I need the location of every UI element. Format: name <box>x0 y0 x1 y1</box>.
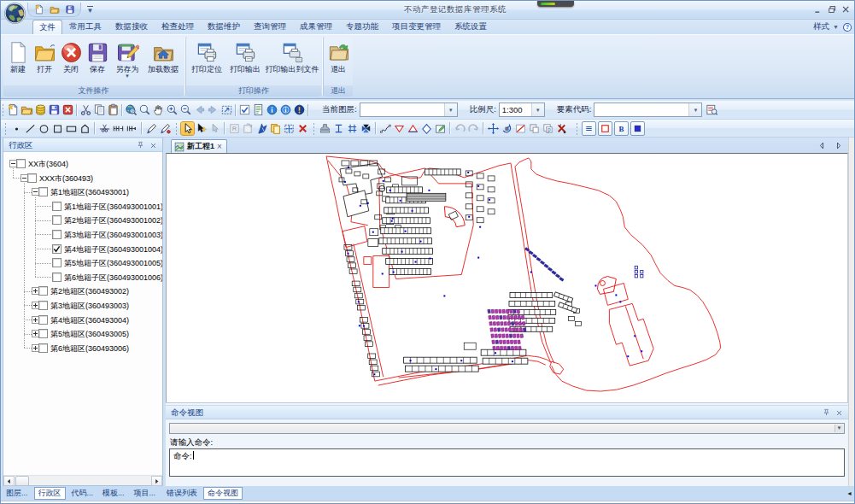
close-button[interactable] <box>841 4 851 14</box>
ribbon-tab-7[interactable]: 成果管理 <box>293 20 339 34</box>
ribbon-button[interactable]: 新建 <box>5 38 31 85</box>
flame-button[interactable] <box>555 122 568 135</box>
ribbon-button[interactable]: 退出 <box>325 38 351 85</box>
undo-button[interactable] <box>454 122 466 135</box>
tri-down-button[interactable] <box>393 122 406 135</box>
spline-button[interactable] <box>379 122 392 135</box>
tree-checkbox[interactable] <box>38 301 48 310</box>
tree-node-label[interactable]: 第3地籍子区(360493001003) <box>64 229 162 241</box>
ribbon-tab-8[interactable]: 专题功能 <box>339 20 385 34</box>
nav-left-button[interactable] <box>193 103 206 116</box>
scrollbar-thumb[interactable] <box>15 476 29 486</box>
pick-arrow-button[interactable] <box>195 122 208 135</box>
tab-scroll-right-icon[interactable] <box>834 141 843 150</box>
magnifier-button[interactable] <box>138 103 151 116</box>
box-p-button[interactable]: p <box>542 122 554 135</box>
panel-tab-5[interactable]: 项目... <box>131 487 160 500</box>
tool-hatch-button[interactable] <box>346 122 359 135</box>
tree-node-label[interactable]: 第4地籍子区(360493001004) <box>64 243 162 255</box>
tree-node-label[interactable]: 第5地籍子区(360493001005) <box>64 257 162 269</box>
document-tab[interactable]: 新工程1× <box>171 139 227 153</box>
feature-code-combo[interactable]: ▼ <box>594 103 702 117</box>
tree-checkbox[interactable] <box>38 187 48 196</box>
toggle-redbox-button[interactable] <box>598 121 612 136</box>
ribbon-tab-9[interactable]: 项目变更管理 <box>385 20 448 34</box>
tree-checkbox[interactable] <box>38 286 48 296</box>
paste-button[interactable] <box>107 103 120 116</box>
pin-icon[interactable] <box>822 408 831 418</box>
doc-lines-button[interactable] <box>252 103 265 116</box>
current-layer-combo[interactable]: ▼ <box>360 103 458 117</box>
pick-gray-button[interactable] <box>208 122 221 135</box>
tree-node-label[interactable]: 第6地籍子区(360493001006) <box>64 272 162 284</box>
output-tab-2[interactable]: 命令视图 <box>203 487 243 500</box>
move-dashed-button[interactable] <box>283 122 296 135</box>
pinwheel-button[interactable] <box>360 122 372 135</box>
edit-green-button[interactable] <box>434 122 447 135</box>
nav-right-button[interactable] <box>207 103 220 116</box>
ribbon-tab-1[interactable]: 文件 <box>32 20 62 34</box>
command-input[interactable]: 命令: <box>169 448 845 477</box>
panel-tab-2[interactable]: 行政区 <box>34 487 66 500</box>
qat-save-button[interactable] <box>64 4 75 15</box>
slash-box-button[interactable] <box>514 122 527 135</box>
tree-node-label[interactable]: XXX市(360493) <box>39 173 93 185</box>
toggle-bluefill-button[interactable] <box>630 121 645 136</box>
ribbon-tab-3[interactable]: 数据接收 <box>108 20 155 34</box>
draw-point-button[interactable] <box>10 122 23 135</box>
scale-combo[interactable]: 1:300▼ <box>499 103 545 117</box>
ribbon-tab-2[interactable]: 常用工具 <box>62 20 108 34</box>
application-menu-button[interactable] <box>3 2 26 25</box>
panel-close-icon[interactable] <box>835 408 844 418</box>
database-button[interactable] <box>34 103 47 116</box>
ribbon-button[interactable]: 打开 <box>32 38 57 85</box>
zoom-extent-button[interactable] <box>220 103 233 116</box>
combo-arrow-icon[interactable]: ▼ <box>688 103 701 116</box>
box-r-gray-button[interactable]: R <box>228 122 241 135</box>
tree-checkbox[interactable] <box>27 173 37 183</box>
output-scroll-icon[interactable]: ▼ <box>835 425 843 432</box>
tree-checkbox[interactable] <box>38 329 48 338</box>
seg-h2-button[interactable] <box>126 122 138 135</box>
tree-node-label[interactable]: 第2地籍区(360493002) <box>50 285 129 297</box>
tree-node-label[interactable]: 第3地籍区(360493003) <box>50 300 129 312</box>
ribbon-button[interactable]: 保存 <box>85 38 110 85</box>
tree-horizontal-scrollbar[interactable] <box>3 475 162 485</box>
ribbon-button[interactable]: 关闭 <box>58 38 84 85</box>
stamp-button[interactable] <box>319 122 331 135</box>
pin-icon[interactable] <box>136 141 145 150</box>
tab-scroll-left-icon[interactable] <box>817 141 827 150</box>
map-canvas[interactable] <box>166 153 848 402</box>
ribbon-button[interactable]: 加载数据 <box>144 38 182 85</box>
draw-square-button[interactable] <box>51 122 64 135</box>
scroll-right-button[interactable] <box>151 476 162 486</box>
tab-close-icon[interactable]: × <box>217 143 222 150</box>
draw-poly-button[interactable] <box>79 122 91 135</box>
tree-node-label[interactable]: XX市(3604) <box>28 158 68 170</box>
panel-close-icon[interactable] <box>149 141 158 150</box>
cut-button[interactable] <box>79 103 92 116</box>
ribbon-button[interactable]: 打印输出 <box>226 38 264 85</box>
ribbon-button[interactable]: 另存为▼ <box>111 38 143 85</box>
ribbon-button[interactable]: 打印定位 <box>188 38 225 85</box>
draw-line-button[interactable] <box>24 122 37 135</box>
hand-button[interactable] <box>152 103 165 116</box>
combo-arrow-icon[interactable]: ▼ <box>531 103 544 116</box>
box-small-button[interactable] <box>528 122 541 135</box>
zoom-out-button[interactable] <box>179 103 192 116</box>
panel-tab-1[interactable]: 图层... <box>3 487 32 500</box>
tree-node-label[interactable]: 第1地籍子区(360493001001) <box>64 201 162 213</box>
rotate-ref-button[interactable] <box>501 122 513 135</box>
info-blue-button[interactable] <box>266 103 278 116</box>
combo-arrow-icon[interactable]: ▼ <box>444 103 457 116</box>
delete-x-button[interactable] <box>296 122 309 135</box>
floppy-button[interactable] <box>48 103 61 116</box>
restore-button[interactable] <box>828 4 837 14</box>
tree-checkbox[interactable] <box>52 202 61 211</box>
flag-blue-button[interactable] <box>255 122 268 135</box>
pen-node-button[interactable] <box>145 122 158 135</box>
minimize-button[interactable] <box>814 4 823 14</box>
pages-button[interactable] <box>269 122 282 135</box>
info-blue2-button[interactable] <box>279 103 292 116</box>
draw-rect-button[interactable] <box>65 122 78 135</box>
